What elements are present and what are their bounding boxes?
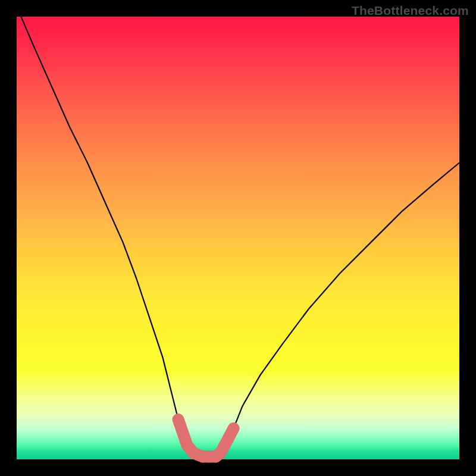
marker-dot: [220, 440, 230, 450]
bottleneck-curve: [21, 17, 459, 457]
marker-dot: [174, 415, 183, 424]
watermark-text: TheBottleneck.com: [352, 4, 469, 18]
chart-svg: [17, 17, 459, 459]
marker-dot: [229, 424, 239, 433]
